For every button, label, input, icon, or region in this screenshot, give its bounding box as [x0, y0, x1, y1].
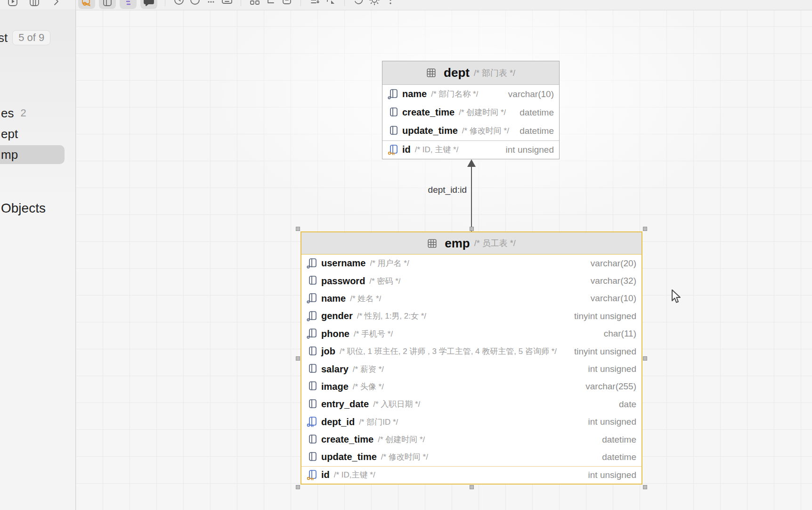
column-row-name[interactable]: name /* 姓名 */ varchar(10): [301, 290, 641, 307]
selection-handle[interactable]: [296, 356, 300, 361]
selection-handle[interactable]: [643, 356, 647, 361]
column-row-update_time[interactable]: update_time /* 修改时间 */ datetime: [382, 122, 559, 140]
column-comment: /* 修改时间 */: [381, 452, 428, 462]
columns-view-icon[interactable]: [28, 0, 41, 8]
column-name: name: [402, 89, 427, 99]
column-comment: /* 创建时间 */: [459, 107, 506, 118]
show-key-columns-toggle[interactable]: [78, 0, 95, 9]
column-row-gender[interactable]: gender /* 性别, 1:男, 2:女 */ tinyint unsign…: [301, 307, 641, 325]
sidebar-item-objects[interactable]: Objects: [0, 199, 75, 218]
indexed-column-icon: [388, 89, 399, 100]
table-node-emp[interactable]: emp /* 员工表 */ username /* 用户名 */ varchar…: [300, 231, 642, 485]
column-type: int unsigned: [503, 145, 554, 155]
column-comment: /* 职位, 1 班主任, 2 讲师 , 3 学工主管, 4 教研主管, 5 咨…: [340, 346, 557, 357]
run-view-icon[interactable]: [7, 0, 19, 8]
column-comment: /* 创建时间 */: [378, 434, 425, 445]
history-icon[interactable]: [173, 0, 185, 6]
column-type: int unsigned: [585, 417, 636, 427]
column-name: dept_id: [321, 417, 355, 428]
column-comment: /* 入职日期 */: [373, 399, 420, 410]
column-row-id[interactable]: id /* ID,主键 */ int unsigned: [301, 466, 641, 484]
sidebar-item-label: Objects: [1, 201, 46, 216]
column-row-name[interactable]: name /* 部门名称 */ varchar(10): [382, 85, 559, 103]
selection-handle[interactable]: [643, 227, 647, 231]
show-columns-toggle[interactable]: [99, 0, 116, 9]
column-type: datetime: [599, 435, 636, 445]
selection-handle[interactable]: [643, 485, 647, 489]
column-row-username[interactable]: username /* 用户名 */ varchar(20): [301, 255, 641, 272]
column-row-job[interactable]: job /* 职位, 1 班主任, 2 讲师 , 3 学工主管, 4 教研主管,…: [301, 343, 641, 360]
table-comment: /* 员工表 */: [474, 238, 516, 249]
indexed-column-icon: [307, 328, 318, 339]
column-icon: [307, 363, 318, 375]
column-row-phone[interactable]: phone /* 手机号 */ char(11): [301, 325, 641, 343]
more-options-icon[interactable]: [384, 0, 397, 6]
sidebar-item-label: es: [1, 106, 14, 121]
selection-handle[interactable]: [296, 227, 300, 231]
chevron-right-icon[interactable]: [50, 0, 62, 8]
show-comments-toggle[interactable]: [140, 0, 157, 9]
column-name: name: [321, 293, 346, 304]
selection-handle[interactable]: [470, 485, 474, 489]
column-type: int unsigned: [585, 470, 636, 480]
table-node-dept[interactable]: dept /* 部门表 */ name /* 部门名称 */ varchar(1…: [382, 61, 560, 159]
actual-size-icon[interactable]: [205, 0, 217, 6]
column-comment: /* 手机号 */: [354, 329, 393, 339]
resize-corner-icon[interactable]: [325, 0, 337, 6]
refresh-icon[interactable]: [189, 0, 201, 6]
column-name: username: [321, 258, 366, 269]
layout-grid-icon[interactable]: [249, 0, 261, 6]
sidebar-item-tables[interactable]: es2: [0, 104, 75, 123]
column-row-update_time[interactable]: update_time /* 修改时间 */ datetime: [301, 448, 641, 466]
table-header[interactable]: emp /* 员工表 */: [301, 232, 641, 255]
column-row-entry_date[interactable]: entry_date /* 入职日期 */ date: [301, 395, 641, 413]
column-name: entry_date: [321, 399, 369, 410]
sidebar-item-emp[interactable]: mp: [0, 145, 65, 164]
column-comment: /* 姓名 */: [350, 293, 381, 304]
column-row-dept_id[interactable]: dept_id /* 部门ID */ int unsigned: [301, 413, 641, 431]
show-types-toggle[interactable]: [120, 0, 137, 9]
selection-handle[interactable]: [296, 485, 300, 489]
counter-prefix-text: st: [0, 31, 8, 45]
align-icon[interactable]: [309, 0, 321, 6]
fit-screen-icon[interactable]: [221, 0, 233, 6]
undo-icon[interactable]: [352, 0, 365, 6]
column-name: phone: [321, 329, 349, 339]
column-row-id[interactable]: id /* ID, 主键 */ int unsigned: [382, 140, 559, 159]
column-type: varchar(10): [588, 293, 636, 304]
column-type: char(11): [601, 329, 636, 339]
column-row-salary[interactable]: salary /* 薪资 */ int unsigned: [301, 360, 641, 378]
app-window: st 5 of 9 es2eptmpObjects dept_id:id dep…: [0, 0, 812, 510]
toolbar-separator: [300, 0, 301, 6]
table-name: dept: [444, 66, 470, 80]
column-row-password[interactable]: password /* 密码 */ varchar(32): [301, 272, 641, 289]
column-type: datetime: [517, 126, 554, 136]
relation-label: dept_id:id: [406, 185, 467, 195]
table-comment: /* 部门表 */: [474, 67, 515, 79]
column-row-create_time[interactable]: create_time /* 创建时间 */ datetime: [382, 103, 559, 122]
indexed-column-icon: [307, 311, 318, 322]
column-name: update_time: [402, 125, 458, 136]
column-comment: /* 用户名 */: [370, 258, 409, 269]
selection-handle[interactable]: [470, 227, 474, 231]
column-name: create_time: [402, 107, 455, 118]
diagram-canvas[interactable]: dept_id:id dept /* 部门表 */ name /* 部门名称 *…: [76, 10, 812, 510]
sidebar-item-dept[interactable]: ept: [0, 124, 75, 143]
frame-icon[interactable]: [281, 0, 293, 6]
relation-line[interactable]: [471, 166, 472, 231]
sidebar-item-count: 2: [20, 107, 26, 119]
sidebar-item-label: ept: [1, 127, 18, 141]
column-row-create_time[interactable]: create_time /* 创建时间 */ datetime: [301, 431, 641, 448]
column-icon: [307, 275, 318, 287]
table-header[interactable]: dept /* 部门表 */: [382, 61, 559, 85]
snap-icon[interactable]: [265, 0, 277, 6]
column-name: create_time: [321, 434, 374, 445]
settings-gear-icon[interactable]: [368, 0, 381, 6]
column-type: datetime: [517, 107, 554, 118]
column-comment: /* 修改时间 */: [462, 125, 509, 136]
column-icon: [307, 346, 318, 357]
column-name: salary: [321, 364, 349, 375]
column-row-image[interactable]: image /* 头像 */ varchar(255): [301, 378, 641, 395]
relation-arrowhead-icon: [467, 159, 476, 167]
column-icon: [307, 452, 318, 463]
